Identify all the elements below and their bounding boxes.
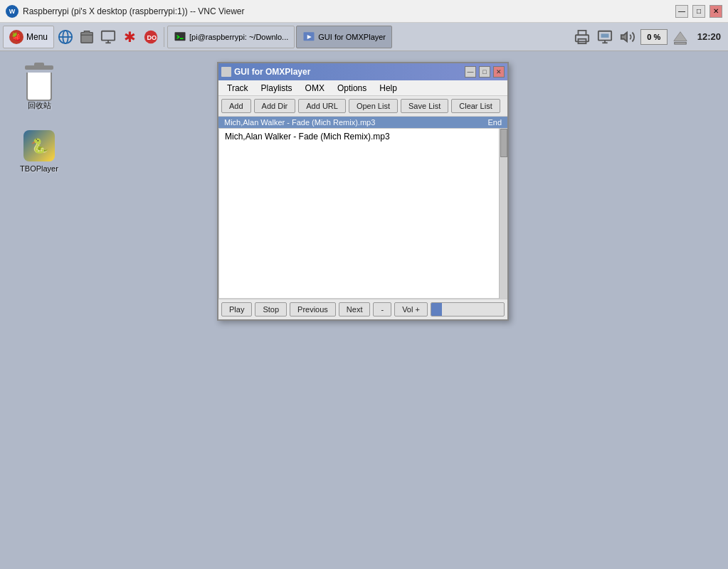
omx-titlebar: GUI for OMXPlayer — □ ✕ bbox=[218, 63, 507, 80]
network-icon[interactable] bbox=[595, 27, 615, 47]
circle-red-icon[interactable]: DO bbox=[141, 27, 161, 47]
svg-rect-17 bbox=[601, 33, 608, 38]
omx-controls: Play Stop Previous Next - Vol + bbox=[218, 299, 507, 319]
menu-options[interactable]: Options bbox=[332, 82, 372, 95]
playlist-wrap: Mich,Alan Walker - Fade (Mich Remix).mp3 bbox=[218, 128, 507, 299]
desktop: 回收站 🐍 TBOPlayer GUI for OMXPlayer — □ ✕ … bbox=[0, 51, 728, 569]
volume-bar[interactable] bbox=[431, 302, 505, 317]
svg-rect-8 bbox=[175, 32, 186, 41]
terminal-task-label: [pi@raspberrypi: ~/Downlo... bbox=[189, 33, 288, 41]
vnc-close-button[interactable]: ✕ bbox=[709, 5, 722, 18]
terminal-task[interactable]: [pi@raspberrypi: ~/Downlo... bbox=[167, 26, 295, 48]
omx-close-button[interactable]: ✕ bbox=[493, 66, 505, 78]
terminal-task-icon bbox=[174, 31, 186, 43]
omx-window-title: GUI for OMXPlayer bbox=[234, 67, 462, 77]
vol-minus-button[interactable]: - bbox=[373, 302, 391, 317]
file-manager-icon[interactable] bbox=[77, 27, 97, 47]
add-button[interactable]: Add bbox=[221, 99, 251, 113]
volume-fill bbox=[431, 303, 442, 316]
vnc-logo-icon: W bbox=[6, 5, 19, 18]
globe-icon[interactable] bbox=[56, 27, 75, 47]
trash-lid bbox=[25, 65, 53, 70]
eject-icon[interactable] bbox=[670, 27, 690, 47]
save-list-button[interactable]: Save List bbox=[401, 99, 448, 113]
menu-playlists[interactable]: Playlists bbox=[255, 82, 298, 95]
playlist-header-position: End bbox=[487, 118, 502, 127]
omxplayer-task[interactable]: GUI for OMXPlayer bbox=[296, 26, 392, 48]
svg-rect-3 bbox=[81, 32, 93, 43]
menu-label: Menu bbox=[26, 32, 48, 42]
clear-list-button[interactable]: Clear List bbox=[451, 99, 500, 113]
menu-help[interactable]: Help bbox=[374, 82, 403, 95]
trash-icon[interactable]: 回收站 bbox=[14, 62, 64, 114]
printer-icon[interactable] bbox=[572, 27, 592, 47]
volume-icon[interactable] bbox=[618, 27, 638, 47]
omx-toolbar: Add Add Dir Add URL Open List Save List … bbox=[218, 96, 507, 117]
play-button[interactable]: Play bbox=[221, 302, 252, 317]
svg-rect-12 bbox=[576, 35, 589, 41]
menu-track[interactable]: Track bbox=[221, 82, 254, 95]
playlist[interactable]: Mich,Alan Walker - Fade (Mich Remix).mp3 bbox=[218, 128, 507, 299]
playlist-header: Mich,Alan Walker - Fade (Mich Remix).mp3… bbox=[218, 117, 507, 128]
vnc-minimize-button[interactable]: — bbox=[675, 5, 688, 18]
omx-window-icon bbox=[221, 67, 231, 77]
vnc-title: Raspberrypi (pi's X desktop (raspberrypi… bbox=[23, 6, 671, 16]
battery-indicator: 0 % bbox=[640, 29, 668, 45]
omx-maximize-button[interactable]: □ bbox=[479, 66, 490, 78]
monitor-icon[interactable] bbox=[98, 27, 118, 47]
omxplayer-task-label: GUI for OMXPlayer bbox=[318, 33, 386, 41]
taskbar-menu-button[interactable]: 🍓 Menu bbox=[3, 26, 54, 48]
add-dir-button[interactable]: Add Dir bbox=[254, 99, 296, 113]
playlist-item[interactable]: Mich,Alan Walker - Fade (Mich Remix).mp3 bbox=[219, 129, 497, 144]
vnc-titlebar: W Raspberrypi (pi's X desktop (raspberry… bbox=[0, 0, 728, 23]
taskbar: 🍓 Menu ✱ DO bbox=[0, 23, 728, 51]
tboplayer-icon[interactable]: 🐍 TBOPlayer bbox=[14, 126, 64, 176]
playlist-header-name: Mich,Alan Walker - Fade (Mich Remix).mp3 bbox=[224, 118, 375, 127]
vnc-maximize-button[interactable]: □ bbox=[692, 5, 705, 18]
omx-minimize-button[interactable]: — bbox=[465, 66, 476, 78]
svg-marker-18 bbox=[621, 32, 627, 41]
next-button[interactable]: Next bbox=[339, 302, 371, 317]
svg-text:DO: DO bbox=[147, 33, 157, 41]
star-icon[interactable]: ✱ bbox=[120, 27, 139, 47]
open-list-button[interactable]: Open List bbox=[349, 99, 398, 113]
trash-body bbox=[26, 73, 52, 101]
add-url-button[interactable]: Add URL bbox=[298, 99, 346, 113]
raspberry-icon: 🍓 bbox=[9, 30, 23, 44]
player-task-icon bbox=[302, 31, 315, 43]
clock-display: 12:20 bbox=[693, 31, 725, 42]
taskbar-right: 0 % 12:20 bbox=[572, 27, 725, 47]
menu-omx[interactable]: OMX bbox=[300, 82, 330, 95]
omx-window: GUI for OMXPlayer — □ ✕ Track Playlists … bbox=[217, 62, 509, 321]
scrollbar-thumb[interactable] bbox=[500, 129, 507, 157]
separator bbox=[164, 27, 164, 47]
python-icon-shape: 🐍 bbox=[23, 130, 55, 161]
tboplayer-label: TBOPlayer bbox=[20, 164, 58, 173]
stop-button[interactable]: Stop bbox=[255, 302, 287, 317]
previous-button[interactable]: Previous bbox=[290, 302, 336, 317]
playlist-scrollbar[interactable] bbox=[499, 128, 507, 299]
svg-rect-20 bbox=[675, 42, 687, 44]
vol-plus-button[interactable]: Vol + bbox=[394, 302, 428, 317]
svg-rect-4 bbox=[102, 31, 115, 40]
trash-label: 回收站 bbox=[28, 100, 51, 111]
svg-marker-19 bbox=[674, 31, 687, 41]
omx-menubar: Track Playlists OMX Options Help bbox=[218, 80, 507, 96]
